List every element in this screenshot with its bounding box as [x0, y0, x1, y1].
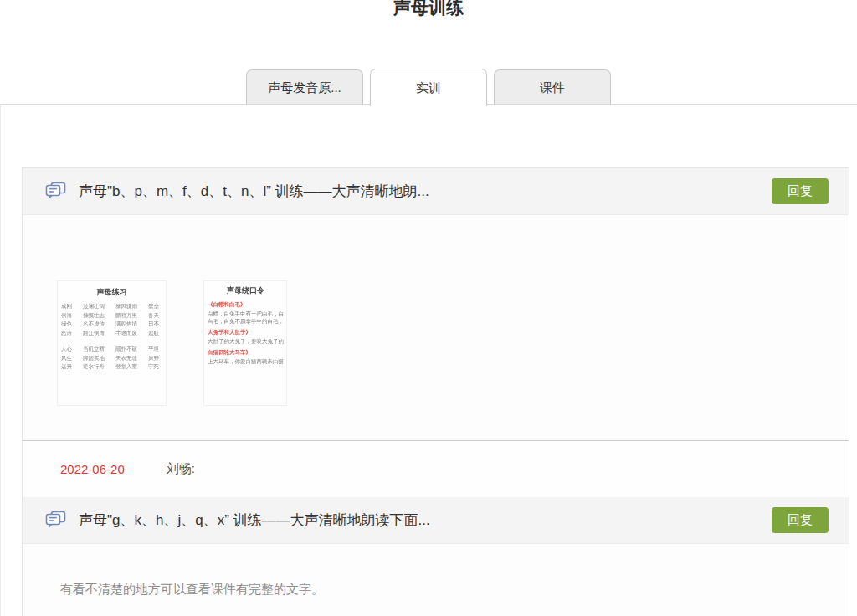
thread-date: 2022-06-20	[60, 462, 125, 476]
tab-courseware[interactable]: 课件	[494, 69, 611, 104]
tab-practice[interactable]: 实训	[370, 69, 487, 106]
thread-header-2: 声母"g、k、h、j、q、x” 训练——大声清晰地朗读下面... 回复	[23, 497, 849, 544]
thumb-table-cell: 登堂入室	[115, 362, 137, 372]
thumb-table-row: 倒海慷慨壮志鹏程万里春天	[61, 311, 162, 321]
twister-line: 白帽，白兔手中有一把白毛，白猫想	[208, 310, 284, 317]
thread-body-2: 有看不清楚的地方可以查看课件有完整的文字。	[23, 544, 849, 598]
thread-title: 声母"b、p、m、f、d、t、n、l” 训练——大声清晰地朗...	[79, 182, 772, 201]
thumb-table-cell: 逆水行舟	[83, 362, 105, 372]
thumb-table-cell: 波澜壮阔	[83, 302, 105, 311]
comment-icon	[44, 511, 67, 531]
comment-icon	[44, 182, 67, 202]
thumb-table-cell: 人心	[61, 345, 72, 354]
twister-heading: 《白帽和白毛》	[208, 300, 284, 308]
thumb-table-row: 绿色名不虚传满腔热情日不	[61, 320, 162, 329]
thumb-table-cell: 远景	[61, 362, 72, 372]
thumb-table-cell: 春天	[148, 311, 159, 321]
thumb-table-cell: 起航	[148, 329, 159, 338]
thumb-table-row: 风生脚踏实地天衣无缝原野	[61, 354, 162, 363]
thumb-table-cell: 成刚	[61, 302, 72, 311]
attachment-image-twister[interactable]: 声母绕口令 《白帽和白毛》白帽，白兔手中有一把白毛，白猫想白毛，白兔不愿拿手中的…	[203, 280, 287, 406]
reply-button[interactable]: 回复	[772, 507, 829, 533]
thumb-table-cell: 鹏程万里	[115, 311, 137, 321]
thread-author: 刘畅:	[167, 461, 195, 477]
thread-title: 声母"g、k、h、j、q、x” 训练——大声清晰地朗读下面...	[79, 511, 772, 530]
attachment-practice-title: 声母练习	[61, 287, 162, 298]
attachment-twister-title: 声母绕口令	[208, 285, 284, 296]
thumb-table-cell: 半途而废	[115, 329, 137, 338]
thumb-table-row: 人心当机立断颠扑不破平坦	[61, 345, 162, 354]
thumb-table-cell: 平坦	[148, 345, 159, 354]
tab-panel-practice: 声母"b、p、m、f、d、t、n、l” 训练——大声清晰地朗... 回复 声母练…	[0, 105, 857, 616]
thumb-table-cell: 脚踏实地	[83, 354, 105, 363]
twister-line: 上大马车，你爱白猫两辆来白猫两辆。	[208, 357, 284, 365]
attachment-twister-text: 《白帽和白毛》白帽，白兔手中有一把白毛，白猫想白毛，白兔不愿拿手中的白毛，去换大…	[208, 300, 284, 365]
thumb-table-cell: 倒海	[61, 311, 72, 321]
thumb-table-cell: 颠扑不破	[115, 345, 137, 354]
thumb-table-cell: 名不虚传	[83, 320, 105, 329]
thumb-table-row: 成刚波澜壮阔暴风骤雨壁垒	[61, 302, 162, 311]
thumb-table-cell: 满腔热情	[115, 320, 137, 329]
tab-bar: 声母发音原... 实训 课件	[0, 70, 857, 105]
thumb-table-row: 怒涛翻江倒海半途而废起航	[61, 329, 162, 338]
thumb-table-cell: 原野	[148, 354, 159, 363]
thumb-table-cell: 怒涛	[61, 329, 72, 338]
thread-body-1: 声母练习 成刚波澜壮阔暴风骤雨壁垒倒海慷慨壮志鹏程万里春天绿色名不虚传满腔热情日…	[23, 215, 849, 440]
reply-button[interactable]: 回复	[772, 178, 829, 204]
thumb-table-cell: 翻江倒海	[83, 329, 105, 338]
twister-section: 大兔子和大肚子》大肚子的大兔子，要咬大兔子的大肚子	[208, 328, 284, 345]
tab-pronunciation-theory[interactable]: 声母发音原...	[246, 69, 363, 104]
thread-header-1: 声母"b、p、m、f、d、t、n、l” 训练——大声清晰地朗... 回复	[23, 168, 849, 215]
thumb-table-cell: 当机立断	[83, 345, 105, 354]
thumb-table-row: 远景逆水行舟登堂入室宁死	[61, 362, 162, 372]
thumb-table-cell: 绿色	[61, 320, 72, 329]
twister-heading: 白猫四轮大马车》	[208, 348, 284, 356]
thumb-table-cell: 日不	[148, 320, 159, 329]
attachment-practice-table: 成刚波澜壮阔暴风骤雨壁垒倒海慷慨壮志鹏程万里春天绿色名不虚传满腔热情日不怒涛翻江…	[61, 302, 162, 372]
thumb-table-cell: 暴风骤雨	[115, 302, 137, 311]
twister-line: 白毛，白兔不愿拿手中的白毛，去换	[208, 317, 284, 325]
twister-heading: 大兔子和大肚子》	[208, 328, 284, 336]
twister-line: 大肚子的大兔子，要咬大兔子的大肚子	[208, 337, 284, 345]
thumb-table-cell: 天衣无缝	[115, 354, 137, 363]
discussion-panel: 声母"b、p、m、f、d、t、n、l” 训练——大声清晰地朗... 回复 声母练…	[22, 167, 849, 616]
page-title: 声母训练	[0, 0, 857, 18]
thumb-table-cell: 壁垒	[148, 302, 159, 311]
twister-section: 白猫四轮大马车》上大马车，你爱白猫两辆来白猫两辆。	[208, 348, 284, 365]
thread-footer-1: 2022-06-20 刘畅:	[23, 440, 849, 497]
thumb-table-cell: 慷慨壮志	[83, 311, 105, 321]
thumb-table-cell: 风生	[61, 354, 72, 363]
twister-section: 《白帽和白毛》白帽，白兔手中有一把白毛，白猫想白毛，白兔不愿拿手中的白毛，去换	[208, 300, 284, 325]
attachment-image-practice[interactable]: 声母练习 成刚波澜壮阔暴风骤雨壁垒倒海慷慨壮志鹏程万里春天绿色名不虚传满腔热情日…	[57, 280, 167, 406]
thumb-table-cell: 宁死	[148, 362, 159, 372]
